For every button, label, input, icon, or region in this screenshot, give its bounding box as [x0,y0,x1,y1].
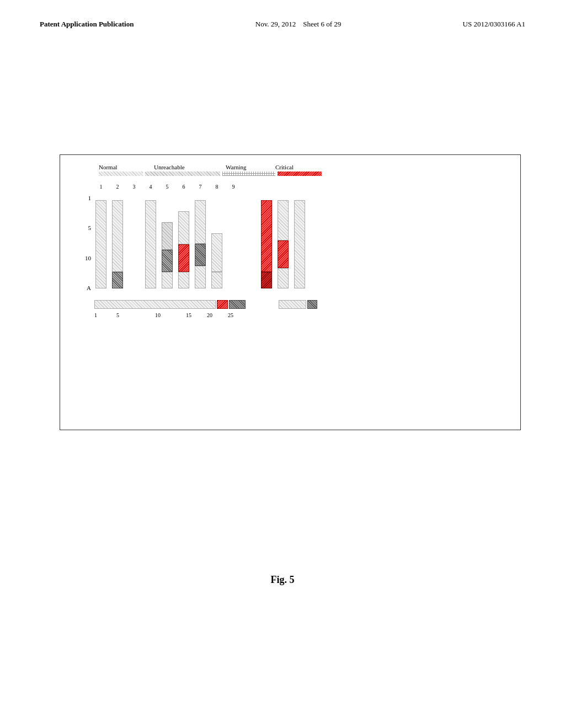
bar-col-critical-1 [261,200,272,288]
horiz-bar-row-1 [94,300,509,309]
x-axis-upper: 1 2 3 4 5 6 7 8 9 [94,184,305,190]
horiz-seg-dark-2 [307,300,317,309]
diagram-container: Normal Unreachable Warning Critical 1 5 … [60,154,521,430]
x-label-8: 8 [211,184,222,190]
bar-col-5-space [162,200,173,222]
bar-col-4-normal [145,200,156,288]
x-label-2: 2 [112,184,123,190]
bar-col-6-top [178,211,189,244]
x-label-5: 5 [162,184,173,190]
bar-critical-1-dark [261,272,272,288]
horiz-seg-critical-1 [217,300,228,309]
horiz-bars [94,300,509,309]
bar-col-6-bottom [178,272,189,288]
y-label-5: 5 [88,224,92,231]
x-lower-15: 15 [186,312,202,318]
figure-caption: Fig. 5 [0,574,565,586]
x-label-7: 7 [195,184,206,190]
legend-swatch-warning [222,172,275,176]
bar-critical-1-main [261,200,272,272]
horiz-seg-dark-1 [229,300,246,309]
bar-critical-2-top [278,200,289,240]
header-sheet: Sheet 6 of 29 [303,20,341,28]
bars-row [94,192,305,288]
bar-col-5-unreachable [162,222,173,250]
legend-critical-label: Critical [275,164,294,170]
bar-col-6-critical [178,244,189,272]
bar-critical-2-critical [278,240,289,268]
bar-col-7-dark [195,244,206,266]
horiz-seg-normal-1 [94,300,216,309]
y-axis: 1 5 10 A [71,184,94,291]
bar-col-critical-2 [278,200,289,288]
bar-critical-3-main [294,200,305,288]
x-label-3: 3 [129,184,140,190]
bar-groups-wrapper: 1 2 3 4 5 6 7 8 9 [94,184,305,288]
bar-col-8-bottom [211,272,222,288]
x-label-6: 6 [178,184,189,190]
header-date: Nov. 29, 2012 [255,20,296,28]
bar-col-5-normal [162,272,173,288]
bar-col-7-top [195,200,206,244]
horiz-seg-normal-2 [279,300,306,309]
bar-col-8 [211,233,222,288]
x-label-9: 9 [228,184,239,190]
header-patent-number: US 2012/0303166 A1 [463,20,525,29]
legend-swatch-unreachable [145,172,220,176]
y-label-10: 10 [85,255,91,261]
upper-chart: 1 5 10 A 1 2 3 4 5 6 7 8 9 [71,184,509,291]
bar-col-1-normal [95,200,106,288]
x-label-4: 4 [145,184,156,190]
bar-col-2-bottom [112,272,123,288]
header-date-sheet: Nov. 29, 2012 Sheet 6 of 29 [255,20,342,29]
bar-col-5-dark [162,250,173,272]
x-lower-25: 25 [228,312,244,318]
page-header: Patent Application Publication Nov. 29, … [0,0,565,29]
bar-col-7-bottom [195,266,206,288]
header-publication-label: Patent Application Publication [40,20,134,29]
legend-swatch-critical [278,172,322,176]
x-lower-10: 10 [155,312,177,318]
y-label-a: A [87,285,91,291]
y-label-1: 1 [88,195,92,201]
legend-unreachable-label: Unreachable [154,164,220,170]
bar-col-8-top [211,233,222,272]
lower-chart: 1 5 10 15 20 25 [71,300,509,318]
legend-normal-label: Normal [99,164,143,170]
bar-col-4 [145,200,156,288]
bar-critical-2-bottom [278,268,289,288]
x-lower-1: 1 [94,312,105,318]
bar-col-2 [112,200,123,288]
x-lower-20: 20 [207,312,223,318]
legend-swatch-normal [99,172,143,176]
x-label-1: 1 [95,184,106,190]
legend-warning-label: Warning [226,164,275,170]
bar-col-2-top [112,200,123,272]
bar-col-6 [178,200,189,288]
bar-col-5 [162,200,173,288]
bar-col-1 [95,200,106,288]
x-axis-lower: 1 5 10 15 20 25 [94,312,509,318]
bar-col-7 [195,200,206,288]
bar-col-critical-3 [294,200,305,288]
x-lower-5: 5 [116,312,150,318]
